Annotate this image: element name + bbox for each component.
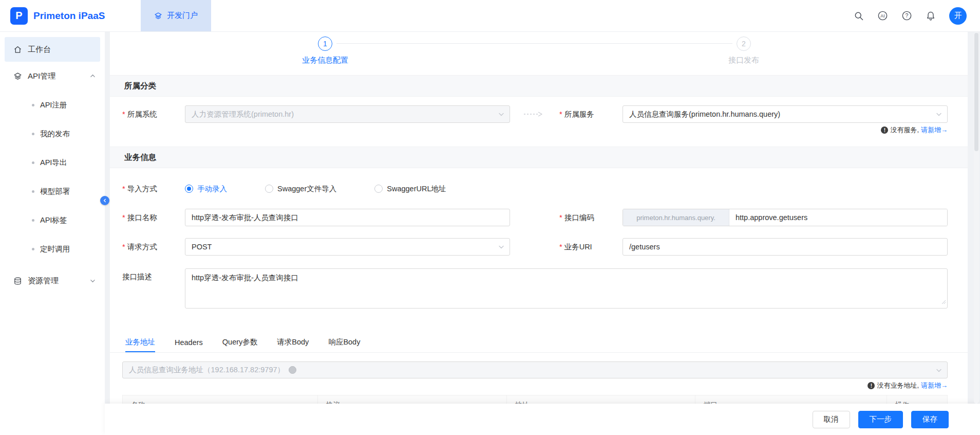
resize-grip-icon[interactable] [941, 298, 946, 306]
request-method-value: POST [192, 243, 212, 251]
step-2-circle: 2 [737, 37, 751, 51]
required-asterisk: * [559, 243, 562, 251]
next-step-button[interactable]: 下一步 [858, 411, 903, 428]
radio-label: 手动录入 [197, 184, 227, 194]
radio-swagger-file[interactable]: Swagger文件导入 [265, 184, 336, 194]
content-card: 1 业务信息配置 2 接口发布 所属分类 *所属系统 [110, 32, 968, 404]
api-code-group: primeton.hr.humans.query. [623, 209, 948, 226]
sidebar-item-api-export[interactable]: API导出 [0, 148, 105, 177]
section-title-business-info: 业务信息 [110, 147, 968, 168]
sidebar-collapse-handle[interactable] [100, 196, 109, 205]
sidebar-item-resource-management[interactable]: 资源管理 [0, 268, 105, 293]
system-select-value: 人力资源管理系统(primeton.hr) [192, 110, 294, 119]
sidebar-item-workbench[interactable]: 工作台 [5, 37, 100, 62]
api-name-input[interactable] [185, 209, 510, 226]
hint-text: 没有业务地址, [877, 381, 919, 390]
system-select[interactable]: 人力资源管理系统(primeton.hr) [185, 105, 510, 123]
top-header: P Primeton iPaaS 开发门户 AI ? 开 [0, 0, 980, 32]
api-code-input[interactable] [729, 209, 947, 226]
tab-response-body[interactable]: 响应Body [328, 333, 360, 352]
cancel-button[interactable]: 取消 [813, 411, 850, 428]
search-icon[interactable] [854, 11, 864, 21]
tab-headers[interactable]: Headers [175, 333, 203, 352]
radio-dot [265, 185, 273, 193]
tab-request-body[interactable]: 请求Body [277, 333, 309, 352]
service-field-label: *所属服务 [559, 110, 594, 119]
hint-text: 没有服务, [890, 125, 919, 135]
api-code-label: *接口编码 [559, 213, 594, 223]
step-1-circle: 1 [318, 37, 332, 51]
vertical-scrollbar[interactable] [974, 32, 979, 404]
brand-area[interactable]: P Primeton iPaaS [0, 7, 141, 25]
radio-manual-entry[interactable]: 手动录入 [185, 184, 227, 194]
sidebar-item-scheduled-call[interactable]: 定时调用 [0, 234, 105, 263]
sidebar-item-model-deploy[interactable]: 模型部署 [0, 177, 105, 206]
radio-swagger-url[interactable]: SwaggerURL地址 [374, 184, 446, 194]
chevron-up-icon [90, 74, 96, 79]
info-icon [868, 382, 875, 389]
sidebar-item-api-management[interactable]: API管理 [0, 65, 105, 87]
api-code-prefix: primeton.hr.humans.query. [623, 209, 729, 226]
portal-tab-label: 开发门户 [167, 11, 198, 21]
radio-dot [374, 185, 383, 193]
sidebar-subitem-label: API注册 [40, 100, 67, 110]
col-protocol: 协议 [318, 395, 507, 404]
step-1-label: 业务信息配置 [302, 56, 348, 65]
sidebar-subitem-label: API导出 [40, 158, 67, 168]
sidebar-subitem-label: 模型部署 [40, 187, 70, 196]
app-window: P Primeton iPaaS 开发门户 AI ? 开 [0, 0, 980, 435]
business-uri-label: *业务URI [559, 242, 592, 252]
tab-dev-portal[interactable]: 开发门户 [141, 0, 211, 31]
content-scroll-area: 1 业务信息配置 2 接口发布 所属分类 *所属系统 [105, 32, 980, 404]
sidebar-item-label: 资源管理 [28, 276, 59, 286]
sidebar-item-api-tags[interactable]: API标签 [0, 206, 105, 234]
home-icon [13, 45, 22, 54]
sidebar-item-my-publish[interactable]: 我的发布 [0, 119, 105, 148]
tab-bar: 业务地址 Headers Query参数 请求Body 响应Body [110, 333, 968, 353]
request-method-label: *请求方式 [122, 242, 180, 252]
address-info-icon [289, 366, 296, 374]
api-description-textarea[interactable]: http穿透-发布审批-人员查询接口 [185, 268, 948, 309]
chevron-down-icon [936, 367, 942, 373]
api-name-label: *接口名称 [122, 213, 180, 223]
chevron-down-icon [498, 244, 504, 250]
chevron-down-icon [90, 278, 96, 284]
language-icon[interactable]: AI [877, 10, 888, 21]
col-name: 名称 [123, 395, 318, 404]
logo-letter: P [15, 10, 22, 22]
tab-query-params[interactable]: Query参数 [222, 333, 258, 352]
sidebar-item-api-register[interactable]: API注册 [0, 90, 105, 119]
bell-icon[interactable] [926, 11, 936, 21]
service-select[interactable]: 人员信息查询服务(primeton.hr.humans.query) [623, 105, 948, 123]
required-asterisk: * [122, 243, 125, 251]
col-port: 端口 [695, 395, 887, 404]
col-actions: 操作 [887, 395, 947, 404]
system-field-label: *所属系统 [122, 110, 180, 119]
brand-title: Primeton iPaaS [33, 10, 105, 22]
api-layers-icon [13, 72, 22, 81]
radio-dot-checked [185, 185, 193, 193]
required-asterisk: * [559, 110, 562, 118]
no-address-hint: 没有业务地址, 请新增→ [110, 381, 968, 390]
tab-business-address[interactable]: 业务地址 [125, 333, 155, 352]
sidebar-subitem-label: 定时调用 [40, 244, 70, 254]
business-address-select[interactable]: 人员信息查询业务地址（192.168.17.82:9797） [122, 361, 948, 378]
business-uri-input[interactable] [623, 238, 948, 256]
svg-text:?: ? [906, 12, 909, 19]
save-button[interactable]: 保存 [911, 411, 949, 428]
scrollbar-thumb[interactable] [974, 33, 978, 151]
add-address-link[interactable]: 请新增→ [921, 381, 948, 390]
footer-action-bar: 取消 下一步 保存 [105, 404, 980, 435]
api-management-submenu: API注册 我的发布 API导出 模型部署 API标签 定时调用 [0, 87, 105, 263]
chevron-down-icon [936, 111, 942, 117]
chevron-down-icon [498, 111, 504, 117]
help-icon[interactable]: ? [901, 10, 912, 21]
import-mode-label: *导入方式 [122, 184, 180, 194]
required-asterisk: * [122, 213, 125, 222]
user-avatar[interactable]: 开 [949, 7, 967, 25]
step-2-label: 接口发布 [728, 56, 759, 65]
header-actions: AI ? 开 [854, 7, 980, 25]
required-asterisk: * [559, 213, 562, 222]
add-service-link[interactable]: 请新增→ [921, 125, 948, 135]
request-method-select[interactable]: POST [185, 238, 510, 256]
